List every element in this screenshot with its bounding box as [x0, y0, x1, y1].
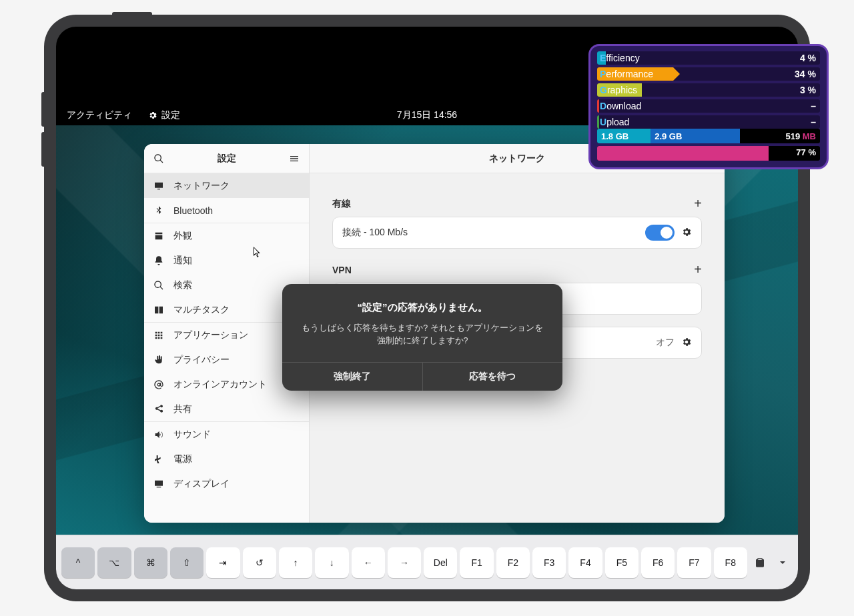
tab-key[interactable]: ⇥ [206, 547, 240, 578]
topbar-app-name: 設定 [161, 109, 180, 121]
disk-bar: 77 % [597, 146, 820, 161]
memory-segment-1: 1.8 GB [597, 129, 651, 143]
dialog-message: もうしばらく応答を待ちますか? それともアプリケーションを強制的に終了しますか? [298, 322, 546, 347]
chevron-down-icon[interactable] [773, 557, 793, 568]
memory-right-label: 519 MB [785, 131, 816, 141]
sidebar-item-label: ディスプレイ [173, 478, 230, 490]
wired-section-label: 有線 [332, 198, 351, 210]
f6-key[interactable]: F6 [641, 547, 675, 578]
wired-status-label: 接続 - 100 Mb/s [342, 227, 408, 239]
refresh-key[interactable]: ↺ [243, 547, 276, 578]
stat-value: – [811, 101, 816, 111]
sidebar-item-label: 電源 [173, 453, 192, 465]
f7-key[interactable]: F7 [677, 547, 711, 578]
wired-connection-row[interactable]: 接続 - 100 Mb/s [332, 217, 702, 249]
sidebar-item-label: 通知 [173, 255, 192, 267]
f1-key[interactable]: F1 [460, 547, 493, 578]
sidebar-item-share[interactable]: 共有 [144, 397, 309, 421]
gear-icon [681, 227, 692, 237]
topbar-app-menu[interactable]: 設定 [148, 109, 180, 121]
clipboard-icon[interactable] [750, 557, 770, 568]
topbar-clock[interactable]: 7月15日 14:56 [397, 109, 457, 121]
f2-key[interactable]: F2 [496, 547, 530, 578]
display-icon [153, 479, 164, 489]
memory-bar: 1.8 GB 2.9 GB 519 MB [597, 129, 820, 143]
memory-segment-2: 2.9 GB [651, 129, 740, 143]
stat-value: – [811, 117, 816, 127]
wired-toggle[interactable] [645, 225, 675, 241]
gear-icon [681, 337, 692, 347]
hamburger-icon[interactable] [289, 153, 300, 164]
activities-button[interactable]: アクティビティ [67, 109, 132, 121]
command-key[interactable]: ⌘ [134, 547, 167, 578]
sidebar-item-bluetooth[interactable]: Bluetooth [144, 198, 309, 223]
right-key[interactable]: → [388, 547, 421, 578]
sidebar-item-label: サウンド [173, 429, 211, 441]
sidebar-item-label: マルチタスク [173, 304, 230, 316]
sidebar-item-monitor[interactable]: ネットワーク [144, 173, 309, 198]
search-icon[interactable] [153, 153, 164, 164]
dialog-title: “設定”の応答がありません。 [298, 301, 546, 314]
proxy-settings-button[interactable] [681, 337, 692, 349]
share-icon [153, 404, 164, 415]
stat-label: Performance [597, 69, 653, 79]
stat-row-efficiency: Efficiency4 % [597, 51, 820, 65]
sidebar-item-label: 共有 [173, 403, 192, 415]
stat-row-graphics: Graphics3 % [597, 83, 820, 97]
down-key[interactable]: ↓ [315, 547, 348, 578]
gear-icon [148, 111, 157, 120]
wired-settings-button[interactable] [681, 227, 692, 239]
f4-key[interactable]: F4 [568, 547, 602, 578]
stat-label: Graphics [597, 85, 637, 95]
mouse-cursor [254, 247, 262, 259]
stat-label: Efficiency [597, 53, 640, 63]
stat-row-upload: Upload– [597, 115, 820, 129]
performance-overlay: Efficiency4 %Performance34 %Graphics3 %D… [588, 44, 829, 169]
del-key[interactable]: Del [424, 547, 457, 578]
up-key[interactable]: ↑ [279, 547, 312, 578]
sidebar-item-label: 外観 [173, 230, 192, 242]
sidebar-item-label: プライバシー [173, 354, 230, 366]
option-key[interactable]: ⌥ [97, 547, 131, 578]
sidebar-item-label: 検索 [173, 279, 192, 291]
sidebar-item-power[interactable]: 電源 [144, 447, 309, 471]
stat-label: Upload [597, 117, 629, 127]
wired-section-header: 有線 + [332, 196, 702, 211]
vpn-add-button[interactable]: + [694, 262, 702, 277]
sidebar-item-appearance[interactable]: 外観 [144, 223, 309, 248]
vpn-section-header: VPN + [332, 262, 702, 277]
sidebar-item-sound[interactable]: サウンド [144, 422, 309, 447]
bell-icon [153, 255, 164, 266]
sidebar-item-bell[interactable]: 通知 [144, 248, 309, 273]
f3-key[interactable]: F3 [532, 547, 566, 578]
onscreen-keyboard-bar: ^⌥⌘⇧⇥↺↑↓←→DelF1F2F3F4F5F6F7F8 [56, 535, 798, 589]
disk-pct-label: 77 % [796, 147, 816, 157]
hand-icon [153, 355, 164, 365]
stat-row-performance: Performance34 % [597, 67, 820, 81]
force-quit-button[interactable]: 強制終了 [282, 363, 423, 391]
wait-button[interactable]: 応答を待つ [423, 363, 563, 391]
sidebar-item-label: Bluetooth [173, 205, 213, 216]
not-responding-dialog: “設定”の応答がありません。 もうしばらく応答を待ちますか? それともアプリケー… [282, 284, 562, 391]
shift-key[interactable]: ⇧ [170, 547, 203, 578]
bluetooth-icon [153, 205, 164, 216]
settings-sidebar-header: 設定 [144, 144, 309, 173]
sidebar-item-display[interactable]: ディスプレイ [144, 471, 309, 496]
at-icon [153, 379, 164, 390]
appearance-icon [153, 231, 164, 241]
stat-row-download: Download– [597, 99, 820, 113]
settings-sidebar-title: 設定 [218, 153, 236, 165]
f5-key[interactable]: F5 [605, 547, 638, 578]
wired-add-button[interactable]: + [694, 196, 702, 211]
power-icon [153, 454, 164, 465]
stat-value: 4 % [800, 53, 816, 63]
ctrl-key[interactable]: ^ [61, 547, 95, 578]
sidebar-item-label: ネットワーク [173, 180, 230, 192]
vpn-section-label: VPN [332, 265, 352, 275]
proxy-off-label: オフ [656, 337, 675, 349]
stat-value: 34 % [795, 69, 816, 79]
multitask-icon [153, 305, 164, 315]
f8-key[interactable]: F8 [714, 547, 747, 578]
apps-icon [153, 330, 164, 341]
left-key[interactable]: ← [352, 547, 385, 578]
